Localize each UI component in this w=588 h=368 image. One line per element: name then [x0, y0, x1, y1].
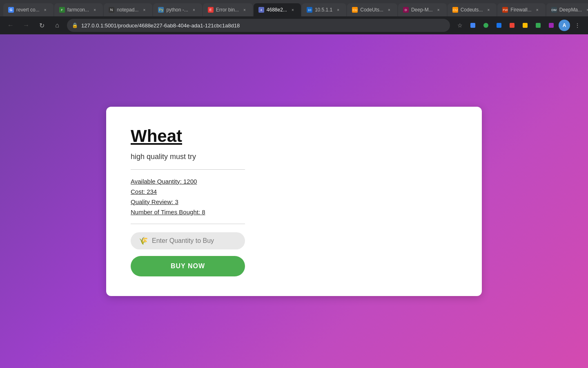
tab-close-4688e2[interactable]: ×: [290, 7, 296, 13]
address-bar-row: ← → ↻ ⌂ 🔒 127.0.0.1:5001/produce/4688e22…: [0, 16, 588, 34]
buy-now-button[interactable]: BUY NOW: [131, 256, 245, 276]
home-button[interactable]: ⌂: [51, 20, 63, 31]
tab-label-notepad: notepad...: [117, 7, 138, 13]
tab-close-codeuts2[interactable]: ×: [485, 7, 492, 13]
browser-tab-deep-m[interactable]: DDeep-M...×: [398, 3, 447, 16]
svg-rect-4: [523, 23, 528, 28]
browser-tab-python[interactable]: Pypython -...×: [153, 3, 202, 16]
tab-label-4688e2: 4688e2...: [267, 7, 287, 13]
tab-close-notepad[interactable]: ×: [141, 7, 147, 13]
svg-rect-5: [536, 23, 541, 28]
page-content: Wheat high quality must try Available Qu…: [0, 34, 588, 368]
tab-close-codeuts[interactable]: ×: [386, 7, 392, 13]
ext4-icon[interactable]: [506, 20, 518, 31]
toolbar-icons: ☆ A ⋮: [454, 20, 583, 31]
svg-rect-2: [497, 23, 501, 28]
available-quantity-value: 1200: [183, 178, 197, 185]
product-details: Available Quantity: 1200 Cost: 234 Quali…: [131, 178, 457, 215]
product-card: Wheat high quality must try Available Qu…: [106, 107, 482, 296]
browser-chrome: Grevert co...×Ffarmcon...×Nnotepad...×Py…: [0, 0, 588, 34]
tab-close-revert[interactable]: ×: [42, 7, 49, 13]
ext7-icon[interactable]: [546, 20, 557, 31]
lock-icon: 🔒: [72, 22, 78, 28]
ext5-icon[interactable]: [519, 20, 531, 31]
tab-label-codeuts2: Codeuts...: [461, 7, 483, 13]
times-bought: Number of Times Bought: 8: [131, 209, 457, 215]
ext2-icon[interactable]: [480, 20, 492, 31]
tab-favicon-4688e2: 4: [258, 7, 264, 13]
quantity-input[interactable]: [152, 237, 237, 245]
tab-label-deepma: DeepMa...: [559, 7, 582, 13]
browser-tab-firewall[interactable]: FWFirewall...×: [497, 3, 545, 16]
tab-favicon-codeuts: CU: [352, 7, 358, 13]
product-description: high quality must try: [131, 153, 457, 161]
browser-tab-notepad[interactable]: Nnotepad...×: [104, 3, 152, 16]
tab-label-python: python -...: [166, 7, 188, 13]
product-title: Wheat: [131, 126, 457, 146]
divider-top: [131, 169, 245, 170]
browser-tab-deepma[interactable]: DMDeepMa...×: [546, 3, 588, 16]
address-bar[interactable]: 🔒 127.0.0.1:5001/produce/4688e227-6ab8-4…: [67, 19, 450, 32]
tab-close-firewall[interactable]: ×: [534, 7, 541, 13]
tab-close-deepma[interactable]: ×: [584, 7, 588, 13]
tab-favicon-10511: 10: [307, 7, 312, 13]
browser-tab-revert[interactable]: Grevert co...×: [3, 3, 53, 16]
tab-favicon-codeuts2: CU: [452, 7, 458, 13]
ext3-icon[interactable]: [493, 20, 505, 31]
cost-value: 234: [147, 188, 157, 195]
refresh-button[interactable]: ↻: [36, 20, 47, 31]
tab-label-revert: revert co...: [16, 7, 40, 13]
svg-rect-0: [470, 23, 475, 28]
times-bought-value: 8: [202, 209, 205, 215]
quantity-input-wrapper: 🌾: [131, 232, 245, 249]
ext6-icon[interactable]: [532, 20, 544, 31]
tab-close-python[interactable]: ×: [191, 7, 197, 13]
tab-label-deep-m: Deep-M...: [411, 7, 433, 13]
tab-favicon-deep-m: D: [403, 7, 409, 13]
browser-tab-4688e2[interactable]: 44688e2...×: [254, 3, 301, 16]
tab-label-10511: 10.5.1.1: [315, 7, 332, 13]
back-button[interactable]: ←: [5, 20, 16, 31]
address-text: 127.0.0.1:5001/produce/4688e227-6ab8-404…: [81, 22, 240, 29]
tab-favicon-deepma: DM: [551, 7, 557, 13]
tab-label-codeuts: CodeUts...: [360, 7, 383, 13]
tab-favicon-notepad: N: [109, 7, 114, 13]
tab-favicon-revert: G: [8, 7, 14, 13]
forward-button[interactable]: →: [20, 20, 32, 31]
tab-bar: Grevert co...×Ffarmcon...×Nnotepad...×Py…: [0, 0, 588, 16]
tab-close-error-bin[interactable]: ×: [241, 7, 248, 13]
divider-bottom: [131, 224, 245, 224]
browser-tab-codeuts2[interactable]: CUCodeuts...×: [448, 3, 497, 16]
profile-avatar[interactable]: A: [559, 20, 570, 31]
browser-tab-error-bin[interactable]: EError bin...×: [203, 3, 253, 16]
svg-rect-3: [510, 23, 514, 28]
tab-close-farmcon[interactable]: ×: [91, 7, 98, 13]
wheat-icon: 🌾: [139, 236, 148, 245]
tab-close-deep-m[interactable]: ×: [435, 7, 442, 13]
tab-label-error-bin: Error bin...: [216, 7, 239, 13]
svg-rect-6: [549, 23, 554, 28]
bookmark-icon[interactable]: ☆: [454, 20, 466, 31]
tab-favicon-firewall: FW: [502, 7, 508, 13]
tab-label-firewall: Firewall...: [510, 7, 531, 13]
tab-close-10511[interactable]: ×: [335, 7, 341, 13]
browser-tab-farmcon[interactable]: Ffarmcon...×: [54, 3, 103, 16]
ext1-icon[interactable]: [467, 20, 479, 31]
quality-review: Quality Review: 3: [131, 198, 457, 205]
tab-label-farmcon: farmcon...: [67, 7, 89, 13]
tab-favicon-python: Py: [158, 7, 164, 13]
browser-tab-codeuts[interactable]: CUCodeUts...×: [347, 3, 397, 16]
svg-point-1: [483, 23, 488, 28]
menu-icon[interactable]: ⋮: [572, 20, 583, 31]
cost: Cost: 234: [131, 188, 457, 195]
tab-favicon-error-bin: E: [208, 7, 214, 13]
available-quantity: Available Quantity: 1200: [131, 178, 457, 185]
quality-review-value: 3: [175, 198, 178, 205]
tab-favicon-farmcon: F: [59, 7, 65, 13]
browser-tab-10511[interactable]: 1010.5.1.1×: [302, 3, 346, 16]
